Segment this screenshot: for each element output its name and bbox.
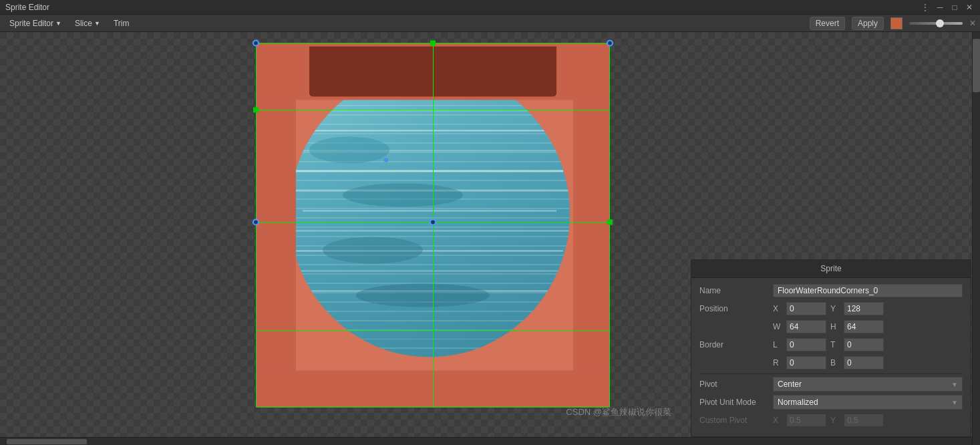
w-label: W xyxy=(773,322,782,331)
zoom-slider[interactable] xyxy=(909,22,963,25)
border-row-1: Border L T xyxy=(699,337,963,352)
scrollbar-thumb-horizontal[interactable] xyxy=(7,439,87,444)
pivot-label: Pivot xyxy=(699,380,773,389)
position-xy-group: X Y xyxy=(773,302,963,315)
apply-button[interactable]: Apply xyxy=(852,17,884,30)
panel-header: Sprite xyxy=(691,260,971,278)
handle-inner-top[interactable] xyxy=(384,158,388,162)
handle-mid-left[interactable] xyxy=(253,219,259,226)
bottom-scrollbar[interactable] xyxy=(0,437,972,445)
x-label: X xyxy=(773,304,782,313)
pivot-row: Pivot Center ▼ xyxy=(699,377,963,392)
y-label: Y xyxy=(830,304,840,313)
handle-top-right[interactable] xyxy=(607,40,613,47)
position-row-1: Position X Y xyxy=(699,301,963,316)
border-label: Border xyxy=(699,340,773,349)
custom-pivot-group: X Y xyxy=(773,414,963,427)
position-wh-group: W H xyxy=(773,320,963,333)
slice-menu[interactable]: Slice ▼ xyxy=(69,17,106,29)
border-r-input[interactable] xyxy=(786,356,826,369)
pivot-unit-mode-arrow: ▼ xyxy=(951,399,958,406)
border-b-input[interactable] xyxy=(844,356,884,369)
t-label: T xyxy=(830,340,840,349)
name-row: Name xyxy=(699,283,963,298)
sprite-editor-menu[interactable]: Sprite Editor ▼ xyxy=(4,17,67,29)
position-y-input[interactable] xyxy=(844,302,884,315)
menu-bar-right: Revert Apply ✕ xyxy=(810,17,976,30)
menu-bar: Sprite Editor ▼ Slice ▼ Trim Revert Appl… xyxy=(0,15,980,32)
custom-pivot-y-label: Y xyxy=(830,416,840,425)
border-t-input[interactable] xyxy=(844,338,884,351)
handle-top-left[interactable] xyxy=(253,40,259,47)
position-w-input[interactable] xyxy=(786,320,826,333)
handle-green-mid-left[interactable] xyxy=(253,108,259,113)
custom-pivot-label: Custom Pivot xyxy=(699,416,773,425)
l-label: L xyxy=(773,340,782,349)
border-rb-group: R B xyxy=(773,356,963,369)
pivot-unit-mode-label: Pivot Unit Mode xyxy=(699,398,773,407)
position-label: Position xyxy=(699,304,773,313)
name-label: Name xyxy=(699,286,773,295)
sprite-info-panel: Sprite Name Position X Y W H xyxy=(691,259,971,437)
title-bar-controls: ⋮ ─ □ ✕ xyxy=(920,3,975,12)
panel-body: Name Position X Y W H Border xyxy=(691,278,971,436)
sprite-container xyxy=(256,43,610,408)
h-label: H xyxy=(830,322,840,331)
b-label: B xyxy=(830,358,840,367)
close-button[interactable]: ✕ xyxy=(964,3,975,12)
position-x-input[interactable] xyxy=(786,302,826,315)
pivot-unit-mode-dropdown[interactable]: Normalized ▼ xyxy=(773,395,963,410)
custom-pivot-row: Custom Pivot X Y xyxy=(699,413,963,428)
pivot-dropdown[interactable]: Center ▼ xyxy=(773,377,963,392)
more-options-icon[interactable]: ⋮ xyxy=(920,3,931,12)
revert-button[interactable]: Revert xyxy=(810,17,845,30)
slice-menu-arrow: ▼ xyxy=(94,20,100,27)
minimize-button[interactable]: ─ xyxy=(935,3,945,12)
watermark: CSDN @鲨鱼辣椒说你很菜 xyxy=(566,406,671,418)
custom-pivot-y-input xyxy=(844,414,884,427)
separator-1 xyxy=(699,374,963,374)
title-bar-text: Sprite Editor xyxy=(5,3,49,12)
border-lt-group: L T xyxy=(773,338,963,351)
handle-pivot-center[interactable] xyxy=(430,219,436,226)
sprite-image xyxy=(256,43,610,408)
pivot-unit-mode-row: Pivot Unit Mode Normalized ▼ xyxy=(699,395,963,410)
border-l-input[interactable] xyxy=(786,338,826,351)
close-panel-icon[interactable]: ✕ xyxy=(969,19,976,28)
scrollbar-thumb-vertical[interactable] xyxy=(973,39,980,92)
trim-button[interactable]: Trim xyxy=(108,17,135,29)
custom-pivot-x-label: X xyxy=(773,416,782,425)
custom-pivot-x-input xyxy=(786,414,826,427)
color-swatch[interactable] xyxy=(890,17,903,29)
maximize-button[interactable]: □ xyxy=(949,3,960,12)
pivot-dropdown-arrow: ▼ xyxy=(951,381,958,388)
handle-green-top[interactable] xyxy=(430,41,436,46)
position-h-input[interactable] xyxy=(844,320,884,333)
handle-green-mid-right[interactable] xyxy=(607,220,613,225)
border-row-2: R B xyxy=(699,355,963,370)
r-label: R xyxy=(773,358,782,367)
position-row-2: W H xyxy=(699,319,963,334)
title-bar: Sprite Editor ⋮ ─ □ ✕ xyxy=(0,0,980,15)
sprite-editor-menu-arrow: ▼ xyxy=(55,20,61,27)
scrollbar-right[interactable] xyxy=(972,32,980,445)
name-input[interactable] xyxy=(773,284,963,297)
